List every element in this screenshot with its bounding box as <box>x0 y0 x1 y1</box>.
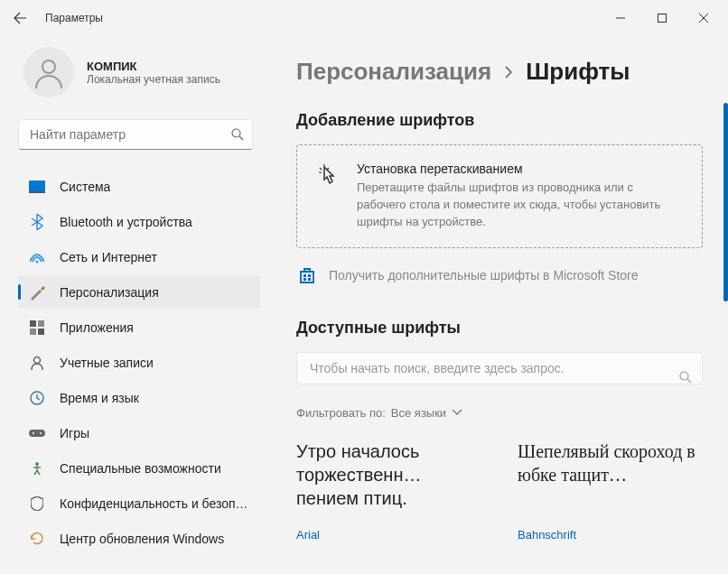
svg-point-10 <box>34 356 41 363</box>
search-icon <box>679 371 692 384</box>
svg-point-5 <box>36 260 39 263</box>
sidebar-item-accounts[interactable]: Учетные записи <box>18 346 260 379</box>
svg-rect-3 <box>29 181 45 191</box>
sidebar-item-label: Игры <box>60 426 89 440</box>
sidebar-item-label: Приложения <box>60 320 134 335</box>
sidebar-item-time[interactable]: Время и язык <box>18 381 260 414</box>
arrow-left-icon <box>13 11 27 25</box>
sidebar-item-label: Конфиденциальность и безопасность <box>60 496 249 511</box>
svg-rect-9 <box>38 329 44 335</box>
apps-icon <box>29 319 45 336</box>
svg-rect-6 <box>30 320 36 327</box>
avatar <box>23 47 74 97</box>
chevron-down-icon <box>452 409 462 416</box>
person-icon <box>33 56 65 88</box>
accessibility-icon <box>29 460 45 477</box>
sidebar-item-system[interactable]: Система <box>18 170 260 203</box>
sidebar-item-label: Система <box>60 180 110 194</box>
add-fonts-heading: Добавление шрифтов <box>296 111 703 130</box>
sidebar-item-label: Специальные возможности <box>60 461 221 476</box>
sidebar-item-label: Персонализация <box>60 285 159 300</box>
breadcrumb-current: Шрифты <box>526 58 630 86</box>
system-icon <box>29 179 45 195</box>
store-link-text: Получить дополнительные шрифты в Microso… <box>329 268 639 282</box>
svg-rect-12 <box>29 430 45 437</box>
sidebar-item-apps[interactable]: Приложения <box>18 310 260 344</box>
personalization-icon <box>29 284 45 301</box>
profile-block[interactable]: КОМПИК Локальная учетная запись <box>18 47 271 97</box>
sidebar-item-gaming[interactable]: Игры <box>18 416 260 449</box>
window-title: Параметры <box>45 12 103 24</box>
sidebar-item-label: Сеть и Интернет <box>60 250 157 264</box>
sidebar-item-update[interactable]: Центр обновления Windows <box>18 522 260 555</box>
dropzone-subtitle: Перетащите файлы шрифтов из проводника и… <box>357 180 684 231</box>
sidebar-item-label: Время и язык <box>60 391 139 405</box>
sidebar-item-label: Центр обновления Windows <box>60 532 224 546</box>
close-icon <box>699 14 708 23</box>
svg-rect-16 <box>303 274 306 277</box>
font-sample: Шепелявый скороход в юбке тащит… <box>518 440 703 514</box>
svg-rect-17 <box>308 274 311 277</box>
available-fonts-heading: Доступные шрифты <box>296 319 703 338</box>
font-name-link[interactable]: Arial <box>296 528 481 542</box>
svg-rect-18 <box>303 278 306 281</box>
update-icon <box>29 531 45 547</box>
breadcrumb-parent[interactable]: Персонализация <box>296 58 491 86</box>
accounts-icon <box>29 355 45 371</box>
time-icon <box>29 390 45 406</box>
svg-rect-0 <box>658 14 667 23</box>
search-icon <box>231 128 244 141</box>
bluetooth-icon <box>29 214 45 230</box>
svg-rect-8 <box>30 329 36 335</box>
profile-subtitle: Локальная учетная запись <box>87 73 220 86</box>
svg-point-20 <box>680 372 688 380</box>
svg-rect-4 <box>29 191 45 193</box>
svg-point-1 <box>42 60 55 73</box>
back-button[interactable] <box>11 9 29 27</box>
font-sample: Утро началось торжественн… пением птиц. <box>296 440 481 514</box>
svg-rect-19 <box>308 278 311 281</box>
drag-pointer-icon <box>315 162 341 231</box>
svg-point-15 <box>35 462 39 466</box>
font-card[interactable]: Шепелявый скороход в юбке тащит… Bahnsch… <box>518 440 703 542</box>
sidebar-item-privacy[interactable]: Конфиденциальность и безопасность <box>18 486 260 520</box>
gaming-icon <box>29 425 45 441</box>
breadcrumb: Персонализация Шрифты <box>296 58 703 86</box>
privacy-icon <box>29 495 45 512</box>
search-input[interactable] <box>18 119 253 150</box>
filter-label: Фильтровать по: <box>296 406 386 420</box>
sidebar-item-accessibility[interactable]: Специальные возможности <box>18 451 260 485</box>
sidebar-item-network[interactable]: Сеть и Интернет <box>18 240 260 273</box>
svg-point-14 <box>40 432 42 434</box>
minimize-button[interactable] <box>600 4 641 32</box>
sidebar-item-bluetooth[interactable]: Bluetooth и устройства <box>18 205 260 238</box>
close-button[interactable] <box>683 4 724 32</box>
maximize-button[interactable] <box>641 4 683 32</box>
sidebar-item-label: Учетные записи <box>60 356 154 370</box>
font-dropzone[interactable]: Установка перетаскиванием Перетащите фай… <box>296 144 703 248</box>
profile-name: КОМПИК <box>87 60 220 73</box>
svg-point-2 <box>232 129 240 137</box>
scrollbar-thumb[interactable] <box>723 103 728 301</box>
store-icon <box>298 266 316 284</box>
sidebar-item-label: Bluetooth и устройства <box>60 215 192 229</box>
font-name-link[interactable]: Bahnschrift <box>518 528 703 542</box>
network-icon <box>29 249 45 265</box>
filter-value: Все языки <box>391 406 446 420</box>
svg-point-13 <box>33 432 34 434</box>
font-card[interactable]: Утро началось торжественн… пением птиц. … <box>296 440 481 542</box>
store-link[interactable]: Получить дополнительные шрифты в Microso… <box>296 264 703 286</box>
dropzone-title: Установка перетаскиванием <box>357 162 684 176</box>
maximize-icon <box>658 14 667 23</box>
minimize-icon <box>616 14 625 23</box>
font-search-input[interactable] <box>296 352 703 384</box>
chevron-right-icon <box>504 66 513 79</box>
filter-dropdown[interactable]: Фильтровать по: Все языки <box>296 406 703 420</box>
sidebar-item-personalization[interactable]: Персонализация <box>18 275 260 309</box>
svg-rect-7 <box>38 320 44 327</box>
